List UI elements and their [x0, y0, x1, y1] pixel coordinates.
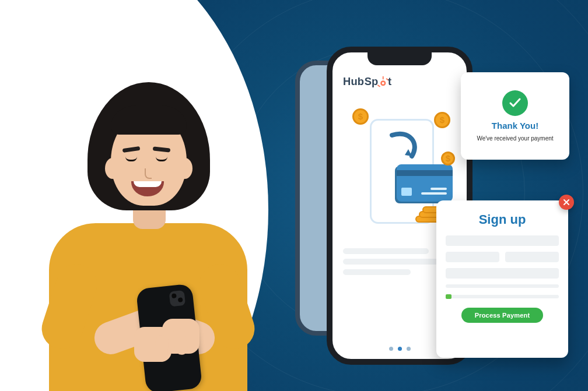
signup-field[interactable]	[446, 235, 559, 246]
signup-caption	[446, 284, 559, 288]
person-illustration	[23, 65, 268, 391]
coin-icon: $	[434, 112, 450, 128]
signup-field[interactable]	[446, 252, 499, 262]
logo-text-right: t	[388, 75, 391, 87]
hair-fringe	[111, 105, 187, 135]
logo-text-mid: Sp	[365, 75, 379, 87]
camera-cluster-icon	[169, 290, 186, 307]
hubspot-logo: Hub Sp t	[343, 73, 407, 90]
carousel-dot[interactable]	[398, 347, 402, 351]
deposit-arrow-icon	[386, 129, 422, 165]
signup-field[interactable]	[505, 252, 559, 262]
svg-rect-1	[383, 76, 384, 80]
coin-icon: $	[441, 152, 455, 165]
close-icon	[563, 199, 570, 206]
thank-you-card: Thank You! We've received your payment	[461, 72, 569, 160]
svg-point-4	[382, 82, 384, 84]
success-check-icon	[502, 90, 528, 116]
thank-you-subtitle: We've received your payment	[477, 135, 553, 142]
signup-card: Sign up Process Payment	[436, 200, 568, 358]
close-button[interactable]	[559, 195, 574, 210]
signup-field[interactable]	[446, 268, 559, 279]
credit-card-icon	[397, 164, 453, 202]
signup-progress	[446, 295, 559, 298]
hero-stage: Hub Sp t	[0, 0, 588, 391]
sprocket-icon	[377, 76, 389, 87]
coin-icon: $	[352, 108, 369, 125]
carousel-dot[interactable]	[407, 347, 411, 351]
mockup-group: Hub Sp t	[292, 47, 572, 373]
carousel-dot[interactable]	[389, 347, 393, 351]
thumb	[154, 334, 169, 362]
teeth	[134, 181, 162, 187]
signup-title: Sign up	[446, 212, 559, 227]
nose	[145, 168, 152, 179]
thank-you-title: Thank You!	[492, 121, 538, 131]
logo-text-left: Hub	[343, 75, 364, 87]
process-payment-button[interactable]: Process Payment	[461, 308, 543, 323]
